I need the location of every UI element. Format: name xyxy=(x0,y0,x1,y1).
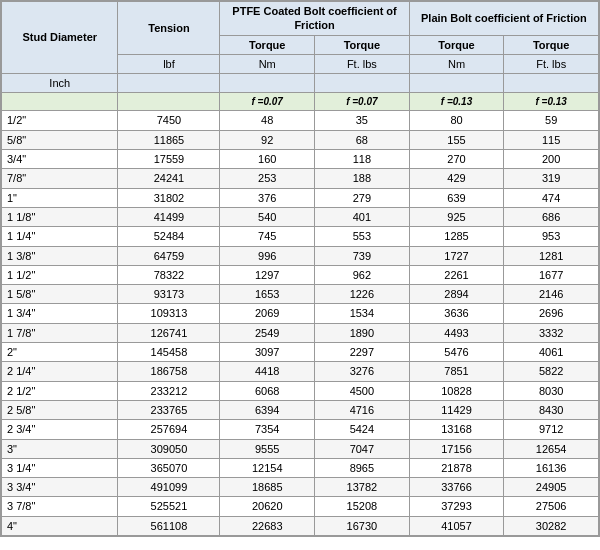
plain-nm-cell: 639 xyxy=(409,188,504,207)
plain-torque-ft-header: Torque xyxy=(504,35,599,54)
table-row: 3"309050955570471715612654 xyxy=(2,439,599,458)
size-cell: 2" xyxy=(2,343,118,362)
ft-lbs1-header: Ft. lbs xyxy=(315,54,410,73)
plain-ft-cell: 16136 xyxy=(504,458,599,477)
size-cell: 7/8" xyxy=(2,169,118,188)
ptfe-ft-cell: 68 xyxy=(315,130,410,149)
ptfe-nm-cell: 20620 xyxy=(220,497,315,516)
ptfe-ft-cell: 118 xyxy=(315,150,410,169)
plain-nm-cell: 2261 xyxy=(409,265,504,284)
plain-nm-cell: 5476 xyxy=(409,343,504,362)
plain-nm-cell: 3636 xyxy=(409,304,504,323)
table-row: 1 7/8"1267412549189044933332 xyxy=(2,323,599,342)
size-cell: 3 7/8" xyxy=(2,497,118,516)
tension-cell: 93173 xyxy=(118,285,220,304)
tension-cell: 109313 xyxy=(118,304,220,323)
ptfe-ft-cell: 3276 xyxy=(315,362,410,381)
ptfe-ft-cell: 7047 xyxy=(315,439,410,458)
tension-cell: 52484 xyxy=(118,227,220,246)
table-row: 1"31802376279639474 xyxy=(2,188,599,207)
size-cell: 1 3/8" xyxy=(2,246,118,265)
ptfe-ft-cell: 4716 xyxy=(315,400,410,419)
plain-ft-cell: 115 xyxy=(504,130,599,149)
tension-cell: 24241 xyxy=(118,169,220,188)
friction-f4: f =0.13 xyxy=(504,93,599,111)
size-cell: 3 1/4" xyxy=(2,458,118,477)
table-row: 4"56110822683167304105730282 xyxy=(2,516,599,535)
ft-lbs2-header: Ft. lbs xyxy=(504,54,599,73)
ptfe-nm-cell: 48 xyxy=(220,111,315,130)
table-row: 1 3/4"1093132069153436362696 xyxy=(2,304,599,323)
ptfe-ft-cell: 401 xyxy=(315,207,410,226)
ptfe-nm-cell: 376 xyxy=(220,188,315,207)
tension-cell: 7450 xyxy=(118,111,220,130)
size-cell: 1" xyxy=(2,188,118,207)
ptfe-ft-cell: 5424 xyxy=(315,420,410,439)
plain-ft-cell: 474 xyxy=(504,188,599,207)
plain-nm-cell: 33766 xyxy=(409,478,504,497)
plain-nm-cell: 37293 xyxy=(409,497,504,516)
ptfe-ft-cell: 8965 xyxy=(315,458,410,477)
tension-cell: 561108 xyxy=(118,516,220,535)
table-row: 7/8"24241253188429319 xyxy=(2,169,599,188)
ptfe-ft-cell: 16730 xyxy=(315,516,410,535)
bolt-torque-table: Stud Diameter Tension PTFE Coated Bolt c… xyxy=(0,0,600,537)
plain-nm-cell: 11429 xyxy=(409,400,504,419)
table-row: 1 5/8"931731653122628942146 xyxy=(2,285,599,304)
size-cell: 1 5/8" xyxy=(2,285,118,304)
plain-nm-cell: 13168 xyxy=(409,420,504,439)
plain-torque-nm-header: Torque xyxy=(409,35,504,54)
plain-nm-cell: 21878 xyxy=(409,458,504,477)
lbf-header: lbf xyxy=(118,54,220,73)
tension-cell: 31802 xyxy=(118,188,220,207)
plain-ft-cell: 686 xyxy=(504,207,599,226)
table-row: 2 3/4"25769473545424131689712 xyxy=(2,420,599,439)
size-cell: 5/8" xyxy=(2,130,118,149)
tension-cell: 491099 xyxy=(118,478,220,497)
table-row: 2 1/2"23321260684500108288030 xyxy=(2,381,599,400)
plain-ft-cell: 24905 xyxy=(504,478,599,497)
tension-cell: 145458 xyxy=(118,343,220,362)
tension-cell: 126741 xyxy=(118,323,220,342)
ptfe-ft-cell: 4500 xyxy=(315,381,410,400)
plain-nm-cell: 80 xyxy=(409,111,504,130)
tension-cell: 64759 xyxy=(118,246,220,265)
plain-ft-cell: 200 xyxy=(504,150,599,169)
plain-ft-cell: 2696 xyxy=(504,304,599,323)
ptfe-ft-cell: 13782 xyxy=(315,478,410,497)
ptfe-torque-ft-header: Torque xyxy=(315,35,410,54)
tension-cell: 17559 xyxy=(118,150,220,169)
table-row: 3/4"17559160118270200 xyxy=(2,150,599,169)
friction-f2: f =0.07 xyxy=(315,93,410,111)
blank4-header xyxy=(409,74,504,93)
table-row: 1 1/4"524847455531285953 xyxy=(2,227,599,246)
ptfe-ft-cell: 15208 xyxy=(315,497,410,516)
plain-nm-cell: 925 xyxy=(409,207,504,226)
ptfe-nm-cell: 745 xyxy=(220,227,315,246)
friction-blank1 xyxy=(2,93,118,111)
plain-nm-cell: 4493 xyxy=(409,323,504,342)
table-row: 5/8"118659268155115 xyxy=(2,130,599,149)
plain-nm-cell: 2894 xyxy=(409,285,504,304)
plain-nm-cell: 17156 xyxy=(409,439,504,458)
plain-ft-cell: 59 xyxy=(504,111,599,130)
ptfe-ft-cell: 553 xyxy=(315,227,410,246)
plain-ft-cell: 1281 xyxy=(504,246,599,265)
plain-ft-cell: 27506 xyxy=(504,497,599,516)
blank-header xyxy=(118,74,220,93)
ptfe-nm-cell: 92 xyxy=(220,130,315,149)
plain-nm-cell: 41057 xyxy=(409,516,504,535)
size-cell: 1 7/8" xyxy=(2,323,118,342)
header-row-friction: f =0.07 f =0.07 f =0.13 f =0.13 xyxy=(2,93,599,111)
friction-f3: f =0.13 xyxy=(409,93,504,111)
plain-ft-cell: 9712 xyxy=(504,420,599,439)
tension-header: Tension xyxy=(118,2,220,55)
blank5-header xyxy=(504,74,599,93)
ptfe-nm-cell: 253 xyxy=(220,169,315,188)
size-cell: 1 1/8" xyxy=(2,207,118,226)
friction-blank2 xyxy=(118,93,220,111)
ptfe-group-header: PTFE Coated Bolt coefficient of Friction xyxy=(220,2,409,36)
tension-cell: 365070 xyxy=(118,458,220,477)
table-row: 3 1/4"3650701215489652187816136 xyxy=(2,458,599,477)
tension-cell: 233212 xyxy=(118,381,220,400)
